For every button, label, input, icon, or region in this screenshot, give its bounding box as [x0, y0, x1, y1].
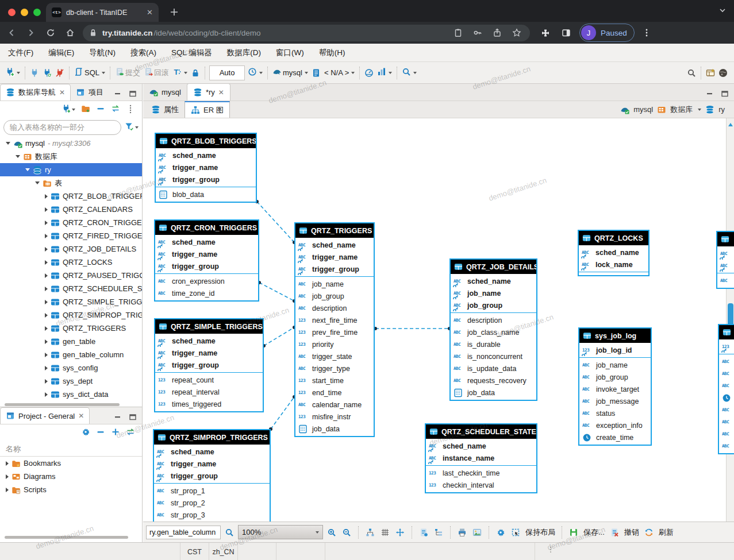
tree-item-sys_dept[interactable]: sys_dept [0, 374, 142, 388]
expander-icon[interactable] [45, 273, 48, 278]
keep-layout-label[interactable]: 保持布局 [525, 527, 555, 538]
breadcrumb-connection[interactable]: mysql [633, 105, 653, 114]
entity-field[interactable]: ABCtrigger_group [155, 260, 258, 272]
expander-icon[interactable] [45, 207, 48, 212]
select-mode-icon[interactable] [509, 525, 522, 540]
er-entity-QRTZ_SIMPLE_TRIGGERS[interactable]: QRTZ_SIMPLE_TRIGGERSABCsched_nameABCtrig… [154, 318, 264, 412]
er-entity-partial[interactable]: 123ABCABCABCABCABCABCABC [718, 324, 734, 454]
entity-field[interactable]: ABCtrigger_name [156, 161, 256, 173]
tree-item-数据库[interactable]: 数据库 [0, 150, 142, 163]
print-icon[interactable] [456, 525, 468, 540]
settings-gear-icon[interactable] [81, 427, 90, 439]
entity-field[interactable]: 123last_checkin_time [426, 467, 536, 479]
back-icon[interactable] [3, 25, 20, 41]
menu-item[interactable]: 文件(F) [8, 48, 33, 58]
er-canvas[interactable]: QRTZ_BLOB_TRIGGERSABCsched_nameABCtrigge… [143, 118, 734, 522]
entity-field[interactable]: 123checkin_interval [426, 479, 536, 491]
entity-field[interactable]: 123start_time [295, 374, 374, 387]
entity-field[interactable]: ABCsched_name [154, 446, 270, 458]
maximize-view-icon[interactable] [128, 412, 137, 424]
entity-field[interactable]: ABC [719, 356, 734, 368]
entity-field[interactable]: ABCtrigger_group [156, 173, 256, 186]
tree-item-QRTZ_CALENDARS[interactable]: QRTZ_CALENDARS [0, 203, 142, 216]
zoom-out-icon[interactable] [340, 525, 353, 540]
disconnect-button[interactable] [53, 65, 66, 80]
entity-field[interactable]: create_time [579, 431, 651, 443]
expander-icon[interactable] [45, 339, 48, 344]
toggle-grid-icon[interactable] [379, 525, 391, 540]
expander-icon[interactable] [45, 247, 48, 252]
expander-icon[interactable] [45, 353, 48, 357]
expander-icon[interactable] [6, 142, 10, 145]
entity-field[interactable]: 123misfire_instr [295, 411, 374, 423]
entity-field[interactable]: 123job_log_id [579, 344, 651, 356]
entity-field[interactable]: 123times_triggered [155, 398, 263, 410]
entity-field[interactable]: ABC [719, 428, 734, 440]
undo-icon[interactable] [608, 525, 621, 540]
tree-item-gen_table_column[interactable]: gen_table_column [0, 348, 142, 361]
browser-menu-dots-icon[interactable] [639, 25, 654, 40]
filter-funnel-icon[interactable] [125, 122, 139, 133]
entity-field[interactable]: job_data [451, 387, 536, 399]
expander-icon[interactable] [45, 366, 48, 370]
tasks-button[interactable] [375, 65, 394, 80]
diagram-settings-gear-icon[interactable] [494, 525, 507, 540]
entity-field[interactable]: 123prev_fire_time [295, 326, 374, 338]
entity-field[interactable]: ABCis_nonconcurrent [451, 350, 536, 362]
expander-icon[interactable] [35, 181, 40, 184]
tree-item-ry[interactable]: ry [0, 163, 142, 176]
auto-layout-icon[interactable] [364, 525, 376, 540]
entity-field[interactable]: 123next_fire_time [295, 314, 374, 326]
entity-field[interactable]: ABCtrigger_name [154, 458, 270, 470]
entity-field[interactable]: ABCdescription [451, 314, 536, 326]
close-icon[interactable]: ✕ [78, 412, 84, 420]
tab-ry-editor[interactable]: *ry✕ [187, 83, 230, 101]
tree-item-Scripts[interactable]: Scripts [0, 483, 142, 496]
entity-field[interactable]: 123 [719, 341, 734, 353]
entity-field[interactable]: ABCinstance_name [426, 452, 536, 464]
address-bar[interactable]: try.titanide.cn /ide/web/coding/db-clien… [83, 25, 530, 41]
entity-field[interactable]: ABCtime_zone_id [155, 287, 258, 299]
close-icon[interactable]: ✕ [218, 88, 224, 96]
entity-field[interactable]: ABCsched_name [156, 149, 256, 161]
entity-field[interactable]: ABC [717, 260, 734, 272]
entity-field[interactable]: ABCinvoke_target [579, 383, 651, 395]
undo-label[interactable]: 撤销 [624, 527, 639, 538]
tab-search-chevron-icon[interactable] [718, 6, 727, 17]
entity-field[interactable]: ABCsched_name [155, 236, 258, 248]
entity-field[interactable]: ABC [717, 248, 734, 260]
zoom-in-icon[interactable] [325, 525, 338, 540]
expander-icon[interactable] [45, 300, 48, 304]
entity-field[interactable]: ABC [719, 404, 734, 416]
entity-field[interactable]: ABCstr_prop_1 [154, 485, 270, 497]
entity-field[interactable]: ABCsched_name [295, 239, 374, 251]
new-connection-icon[interactable] [62, 104, 75, 115]
expander-icon[interactable] [45, 260, 48, 265]
entity-field[interactable]: ABCjob_group [451, 299, 536, 311]
expander-icon[interactable] [25, 168, 30, 171]
er-entity-QRTZ_SIMPROP_TRIGGERS[interactable]: QRTZ_SIMPROP_TRIGGERSABCsched_nameABCtri… [153, 429, 271, 522]
active-connection-combo[interactable]: mysql [271, 65, 310, 80]
new-tab-button[interactable] [167, 5, 182, 20]
dbeaver-globe-icon[interactable] [717, 65, 729, 80]
entity-header[interactable]: QRTZ_CRON_TRIGGERS [155, 221, 258, 235]
show-comments-icon[interactable] [417, 525, 430, 540]
lock-toggle-button[interactable] [189, 65, 202, 80]
er-entity-QRTZ_TRIGGERS[interactable]: QRTZ_TRIGGERSABCsched_nameABCtrigger_nam… [294, 222, 375, 437]
open-perspective-button[interactable] [704, 65, 717, 80]
diagram-search-icon[interactable] [223, 525, 236, 540]
expander-icon[interactable] [45, 194, 48, 199]
maximize-editor-icon[interactable] [720, 89, 729, 101]
tab-projects[interactable]: 项目 [71, 84, 109, 101]
entity-field[interactable]: ABCsched_name [426, 440, 536, 452]
entity-field[interactable]: ABCsched_name [155, 335, 263, 347]
expander-icon[interactable] [45, 221, 48, 225]
expander-icon[interactable] [6, 461, 9, 466]
entity-field[interactable]: ABCcalendar_name [295, 399, 374, 411]
breadcrumb-database[interactable]: 数据库 [670, 105, 693, 115]
tree-item-QRTZ_CRON_TRIGGERS[interactable]: QRTZ_CRON_TRIGGERS [0, 216, 142, 229]
entity-field[interactable]: ABCstatus [579, 407, 651, 419]
entity-field[interactable]: 123priority [295, 338, 374, 350]
entity-field[interactable]: ABCexception_info [579, 419, 651, 431]
side-panel-icon[interactable] [559, 25, 574, 40]
